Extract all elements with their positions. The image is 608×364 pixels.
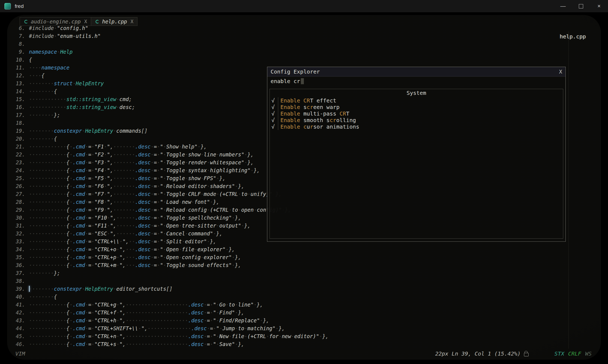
code-text: ········}; <box>29 111 60 119</box>
config-explorer-popup: Config Explorer X enable cr System √Enab… <box>267 67 566 242</box>
config-item[interactable]: √Enable smooth scrolling <box>270 117 563 123</box>
maximize-icon <box>579 4 583 8</box>
code-text: ············{·.cmd·=·"F9·",·······.desc·… <box>29 206 291 214</box>
code-text: ············{·.cmd·=·"F6·",·······.desc·… <box>29 182 244 190</box>
code-line: 10.{ <box>14 56 601 64</box>
code-line: 34.············{·.cmd·=·"CTRL+o·",···.de… <box>14 245 601 253</box>
code-text: ····namespace <box>29 64 70 72</box>
code-line: 42.············{·.cmd·=·"CTRL+f·",······… <box>14 309 601 317</box>
crt-screen: 6.#include·"config.h"7.#include·"enum-ut… <box>0 12 608 364</box>
code-text: ············{·.cmd·=·"CTRL+m·",···.desc·… <box>29 261 241 269</box>
status-flags: STXCRLFWS <box>555 350 592 357</box>
tab-close-icon[interactable]: X <box>84 19 87 24</box>
filename-overlay: help.cpp <box>560 33 586 40</box>
status-flag-stx: STX <box>555 350 564 357</box>
config-section-header: System <box>270 89 563 97</box>
line-number: 46. <box>14 340 29 348</box>
checkbox-checked-icon[interactable]: √ <box>270 117 278 123</box>
line-number: 22. <box>14 151 29 159</box>
code-line: 44.············{·.cmd·=·"CTRL+SHIFT+\\·"… <box>14 324 601 332</box>
search-block-cursor <box>301 78 304 84</box>
code-text: ············{·.cmd·=·"F10·",······.desc·… <box>29 214 241 222</box>
right-edge-line <box>568 31 569 349</box>
code-line: 45.············{·.cmd·=·"CTRL+n·",······… <box>14 332 601 340</box>
line-number: 23. <box>14 159 29 166</box>
code-text: ············{·.cmd·=·"CTRL+o·",···.desc·… <box>29 245 235 253</box>
code-text: ····{ <box>29 72 44 80</box>
window-title: fred <box>15 3 24 9</box>
code-text: ············{·.cmd·=·"CTRL+f·",·········… <box>29 309 244 317</box>
cursor-position-text: 22px Ln 39, Col 1 (15.42%) <box>435 350 521 357</box>
code-text: namespace·Help <box>29 48 73 56</box>
code-text: ············{·.cmd·=·"F1·",·······.desc·… <box>29 143 207 151</box>
line-number: 35. <box>14 253 29 261</box>
search-query-text: enable cr <box>271 78 300 84</box>
config-item[interactable]: √Enable CRT effect <box>270 97 563 104</box>
line-number: 29. <box>14 206 29 214</box>
tab-help.cpp[interactable]: help.cppX <box>91 17 137 26</box>
close-button[interactable]: × <box>590 0 608 12</box>
line-number: 36. <box>14 261 29 269</box>
line-number: 34. <box>14 245 29 253</box>
minimize-button[interactable]: — <box>554 0 572 12</box>
tab-audio-engine.cpp[interactable]: audio-engine.cppX <box>20 17 91 26</box>
tab-label: audio-engine.cpp <box>31 19 81 25</box>
checkbox-checked-icon[interactable]: √ <box>270 97 278 104</box>
code-text: ········struct·HelpEntry <box>29 80 104 87</box>
code-text: { <box>29 56 32 64</box>
code-text: ············{·.cmd·=·"ESC·",······.desc·… <box>29 230 223 238</box>
code-line: 9.namespace·Help <box>14 48 601 56</box>
code-text: ············std::string_view·desc; <box>29 103 135 111</box>
code-text: ············std::string_view·cmd; <box>29 95 132 103</box>
code-text: #include·"enum-utils.h" <box>29 32 101 40</box>
line-number: 21. <box>14 143 29 151</box>
line-number: 30. <box>14 214 29 222</box>
code-text: ············{·.cmd·=·"CTRL+g·",·········… <box>29 301 263 309</box>
code-text: ········{ <box>29 135 57 143</box>
popup-titlebar: Config Explorer X <box>267 67 565 77</box>
line-number: 8. <box>14 40 29 48</box>
code-text: ············{·.cmd·=·"F11·",······.desc·… <box>29 222 250 230</box>
line-number: 9. <box>14 48 29 56</box>
line-number: 26. <box>14 182 29 190</box>
code-line: 40.········{ <box>14 293 601 301</box>
line-number: 13. <box>14 80 29 87</box>
code-text: ············{·.cmd·=·"F8·",·······.desc·… <box>29 198 219 206</box>
code-text: ········{ <box>29 87 57 95</box>
config-item[interactable]: √Enable cursor animations <box>270 123 563 130</box>
checkbox-checked-icon[interactable]: √ <box>270 123 278 130</box>
code-text: ············{·.cmd·=·"F3·",·······.desc·… <box>29 159 254 166</box>
line-number: 12. <box>14 72 29 80</box>
config-item[interactable]: √Enable multi-pass CRT <box>270 110 563 117</box>
config-list-panel: System √Enable CRT effect√Enable screen … <box>269 89 563 239</box>
line-number: 33. <box>14 238 29 245</box>
config-list: √Enable CRT effect√Enable screen warp√En… <box>270 97 563 130</box>
code-text: ············{·.cmd·=·"CTRL+p·",···.desc·… <box>29 253 241 261</box>
code-text: ············{·.cmd·=·"CTRL+n·",·········… <box>29 332 329 340</box>
config-item-label: Enable smooth scrolling <box>278 117 356 123</box>
line-number: 25. <box>14 174 29 182</box>
line-number: 7. <box>14 32 29 40</box>
checkbox-checked-icon[interactable]: √ <box>270 104 278 110</box>
line-number: 10. <box>14 56 29 64</box>
line-number: 44. <box>14 324 29 332</box>
status-bar: VIM 22px Ln 39, Col 1 (15.42%) STXCRLFWS <box>15 350 592 357</box>
tab-close-icon[interactable]: X <box>131 19 133 24</box>
config-item[interactable]: √Enable screen warp <box>270 104 563 110</box>
window-titlebar: fred — × <box>0 0 608 12</box>
maximize-button[interactable] <box>572 0 590 12</box>
line-number: 27. <box>14 190 29 198</box>
line-number: 43. <box>14 317 29 324</box>
line-number: 41. <box>14 301 29 309</box>
code-text: ············{·.cmd·=·"F5·",·······.desc·… <box>29 174 226 182</box>
vim-mode-indicator: VIM <box>15 350 25 357</box>
checkbox-checked-icon[interactable]: √ <box>270 110 278 117</box>
editor-viewport[interactable]: 6.#include·"config.h"7.#include·"enum-ut… <box>7 15 601 360</box>
line-number: 24. <box>14 166 29 174</box>
status-flag-ws: WS <box>585 350 592 357</box>
config-search-input[interactable]: enable cr <box>267 77 565 86</box>
line-number: 19. <box>14 127 29 135</box>
cpp-file-icon <box>95 19 100 24</box>
popup-close-icon[interactable]: X <box>559 69 562 75</box>
code-text: ············{·.cmd·=·"CTRL+SHIFT+\\·",··… <box>29 324 285 332</box>
